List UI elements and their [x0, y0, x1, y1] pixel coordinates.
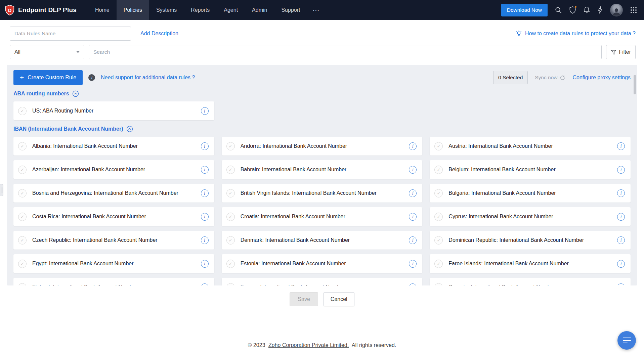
security-shield-icon[interactable] [569, 6, 576, 14]
rule-info-icon[interactable]: i [409, 166, 417, 174]
rule-info-icon[interactable]: i [201, 213, 209, 221]
rule-card[interactable]: ✓France: International Bank Account Numb… [222, 278, 423, 285]
rule-info-icon[interactable]: i [617, 283, 625, 286]
rule-info-icon[interactable]: i [201, 236, 209, 244]
left-panel-handle[interactable] [0, 184, 3, 196]
rule-info-icon[interactable]: i [409, 213, 417, 221]
rule-select-circle[interactable]: ✓ [434, 236, 443, 245]
rule-info-icon[interactable]: i [409, 260, 417, 268]
rule-select-circle[interactable]: ✓ [226, 260, 235, 268]
download-now-button[interactable]: Download Now [501, 4, 548, 16]
rule-card[interactable]: ✓Andorra: International Bank Account Num… [222, 137, 423, 156]
rule-info-icon[interactable]: i [617, 142, 625, 150]
rule-card[interactable]: ✓British Virgin Islands: International B… [222, 184, 423, 203]
how-to-create-link[interactable]: How to create data rules to protect your… [516, 30, 636, 37]
apps-grid-icon[interactable] [630, 6, 637, 14]
rule-info-icon[interactable]: i [201, 166, 209, 174]
nav-item-home[interactable]: Home [88, 0, 117, 20]
rule-select-circle[interactable]: ✓ [226, 283, 235, 286]
rule-card[interactable]: ✓Dominican Republic: International Bank … [430, 231, 631, 250]
rule-info-icon[interactable]: i [617, 213, 625, 221]
rule-card[interactable]: ✓Georgia: International Bank Account Num… [430, 278, 631, 285]
rule-info-icon[interactable]: i [409, 189, 417, 197]
search-icon[interactable] [555, 6, 562, 14]
selected-count-badge[interactable]: 0 Selected [493, 71, 528, 84]
rule-select-circle[interactable]: ✓ [18, 142, 27, 150]
rule-info-icon[interactable]: i [201, 283, 209, 286]
rule-info-icon[interactable]: i [201, 142, 209, 150]
rule-card[interactable]: ✓Faroe Islands: International Bank Accou… [430, 254, 631, 273]
support-request-link[interactable]: Need support for additional data rules ? [101, 75, 195, 81]
rule-select-circle[interactable]: ✓ [434, 189, 443, 197]
collapse-section-icon[interactable] [72, 90, 79, 97]
collapse-section-icon[interactable] [126, 126, 133, 132]
rule-card[interactable]: ✓Bosnia and Herzegovina: International B… [13, 184, 214, 203]
company-link[interactable]: Zoho Corporation Private Limited. [268, 342, 349, 348]
rule-card[interactable]: ✓US: ABA Routing Numberi [13, 101, 214, 120]
rule-card[interactable]: ✓Finland: International Bank Account Num… [13, 278, 214, 285]
rule-select-circle[interactable]: ✓ [18, 236, 27, 245]
nav-item-reports[interactable]: Reports [184, 0, 217, 20]
data-rules-name-input[interactable] [10, 27, 131, 41]
rule-select-circle[interactable]: ✓ [434, 142, 443, 150]
add-description-link[interactable]: Add Description [140, 31, 178, 37]
nav-item-agent[interactable]: Agent [217, 0, 245, 20]
rule-card[interactable]: ✓Belgium: International Bank Account Num… [430, 160, 631, 179]
save-button[interactable]: Save [290, 292, 318, 306]
sync-now-button[interactable]: Sync now [535, 75, 565, 81]
nav-item-support[interactable]: Support [274, 0, 307, 20]
rule-select-circle[interactable]: ✓ [434, 166, 443, 174]
rule-card[interactable]: ✓Bahrain: International Bank Account Num… [222, 160, 423, 179]
app-brand[interactable]: D Endpoint DLP Plus [5, 5, 77, 15]
filter-button[interactable]: Filter [606, 45, 636, 59]
cancel-button[interactable]: Cancel [324, 292, 354, 306]
rule-info-icon[interactable]: i [201, 260, 209, 268]
rule-select-circle[interactable]: ✓ [226, 142, 235, 150]
rule-select-circle[interactable]: ✓ [226, 236, 235, 245]
rule-card[interactable]: ✓Azerbaijan: International Bank Account … [13, 160, 214, 179]
rule-select-circle[interactable]: ✓ [226, 166, 235, 174]
rule-select-circle[interactable]: ✓ [226, 189, 235, 197]
configure-proxy-link[interactable]: Configure proxy settings [572, 75, 631, 81]
search-input[interactable] [89, 45, 602, 59]
rule-select-circle[interactable]: ✓ [18, 166, 27, 174]
rule-info-icon[interactable]: i [409, 236, 417, 244]
rule-select-circle[interactable]: ✓ [226, 213, 235, 221]
rule-info-icon[interactable]: i [617, 189, 625, 197]
nav-more-button[interactable]: ⋯ [307, 0, 325, 20]
lightning-bolt-icon[interactable] [597, 6, 603, 14]
rule-info-icon[interactable]: i [409, 142, 417, 150]
category-dropdown[interactable]: All [10, 45, 84, 59]
rule-card[interactable]: ✓Costa Rica: International Bank Account … [13, 207, 214, 226]
rule-card[interactable]: ✓Czech Republic: International Bank Acco… [13, 231, 214, 250]
bell-icon[interactable] [583, 6, 590, 14]
rule-select-circle[interactable]: ✓ [18, 260, 27, 268]
nav-item-systems[interactable]: Systems [149, 0, 184, 20]
rule-card[interactable]: ✓Croatia: International Bank Account Num… [222, 207, 423, 226]
rule-select-circle[interactable]: ✓ [18, 213, 27, 221]
rule-select-circle[interactable]: ✓ [434, 260, 443, 268]
nav-item-policies[interactable]: Policies [117, 0, 149, 20]
nav-item-admin[interactable]: Admin [245, 0, 274, 20]
rule-card[interactable]: ✓Estonia: International Bank Account Num… [222, 254, 423, 273]
rule-info-icon[interactable]: i [201, 189, 209, 197]
panel-scrollbar-thumb[interactable] [634, 75, 636, 94]
rule-select-circle[interactable]: ✓ [18, 107, 27, 115]
rule-card[interactable]: ✓Egypt: International Bank Account Numbe… [13, 254, 214, 273]
rule-select-circle[interactable]: ✓ [18, 283, 27, 286]
rule-card[interactable]: ✓Austria: International Bank Account Num… [430, 137, 631, 156]
rule-info-icon[interactable]: i [617, 166, 625, 174]
rule-card[interactable]: ✓Cyprus: International Bank Account Numb… [430, 207, 631, 226]
rule-select-circle[interactable]: ✓ [18, 189, 27, 197]
rule-select-circle[interactable]: ✓ [434, 283, 443, 286]
rule-card[interactable]: ✓Albania: International Bank Account Num… [13, 137, 214, 156]
info-icon[interactable]: i [88, 74, 95, 81]
rule-select-circle[interactable]: ✓ [434, 213, 443, 221]
create-custom-rule-button[interactable]: + Create Custom Rule [13, 70, 83, 85]
rule-card[interactable]: ✓Denmark: International Bank Account Num… [222, 231, 423, 250]
rule-info-icon[interactable]: i [617, 260, 625, 268]
rule-info-icon[interactable]: i [409, 283, 417, 286]
rule-card[interactable]: ✓Bulgaria: International Bank Account Nu… [430, 184, 631, 203]
rule-info-icon[interactable]: i [617, 236, 625, 244]
assistant-fab-button[interactable] [617, 331, 636, 350]
